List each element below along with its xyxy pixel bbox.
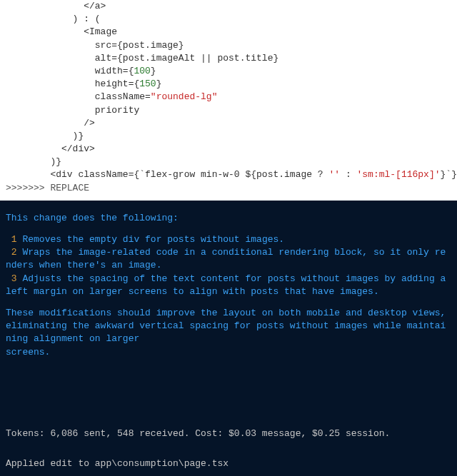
- code-line: )}: [6, 131, 84, 141]
- code-line-part: }: [151, 66, 156, 76]
- explanation-intro: This change does the following:: [6, 212, 451, 225]
- code-string: 'sm:ml-[116px]': [357, 169, 441, 180]
- code-line-part: <div className={`flex-grow min-w-0 ${pos…: [6, 169, 328, 180]
- explanation-paragraph: These modifications should improve the l…: [6, 307, 451, 359]
- code-line: />: [6, 118, 95, 128]
- list-text: Wraps the image-related code in a condit…: [6, 247, 446, 270]
- list-item-2: 2 Wraps the image-related code in a cond…: [6, 246, 451, 272]
- code-line: </div>: [6, 143, 95, 154]
- code-line-part: width={: [6, 66, 134, 76]
- code-line-part: }: [156, 79, 162, 89]
- list-number: 2: [6, 247, 22, 258]
- list-item-1: 1 Removes the empty div for posts withou…: [6, 233, 451, 246]
- divider: [0, 201, 457, 206]
- code-string: "rounded-lg": [151, 91, 218, 102]
- code-line: </a>: [6, 1, 106, 11]
- code-line: alt={post.imageAlt || post.title}: [6, 53, 278, 64]
- code-line: src={post.image}: [6, 40, 184, 51]
- code-line: )}: [6, 156, 61, 167]
- list-text: Adjusts the spacing of the text content …: [6, 273, 451, 297]
- replace-marker: >>>>>>> REPLACE: [6, 183, 89, 193]
- code-line: <Image: [6, 26, 117, 37]
- list-text: Removes the empty div for posts without …: [22, 234, 284, 245]
- applied-status: Applied edit to app\consumption\page.tsx: [6, 457, 451, 470]
- code-line: ) : (: [6, 14, 101, 24]
- list-number: 1: [6, 234, 22, 245]
- list-item-3: 3 Adjusts the spacing of the text conten…: [6, 273, 451, 298]
- code-string: '': [328, 169, 340, 180]
- footer: Tokens: 6,086 sent, 548 received. Cost: …: [0, 422, 457, 476]
- code-line-part: className=: [6, 91, 151, 102]
- code-line-part: :: [340, 169, 356, 180]
- code-line-part: height={: [6, 79, 139, 89]
- tokens-status: Tokens: 6,086 sent, 548 received. Cost: …: [6, 427, 451, 440]
- list-number: 3: [6, 273, 22, 284]
- code-number: 150: [139, 79, 156, 89]
- code-line: priority: [6, 105, 139, 116]
- code-line-part: }`}>: [441, 169, 457, 180]
- code-diff-block: </a> ) : ( <Image src={post.image} alt={…: [0, 0, 457, 201]
- code-number: 100: [134, 66, 150, 76]
- explanation-block: This change does the following: 1 Remove…: [0, 206, 457, 359]
